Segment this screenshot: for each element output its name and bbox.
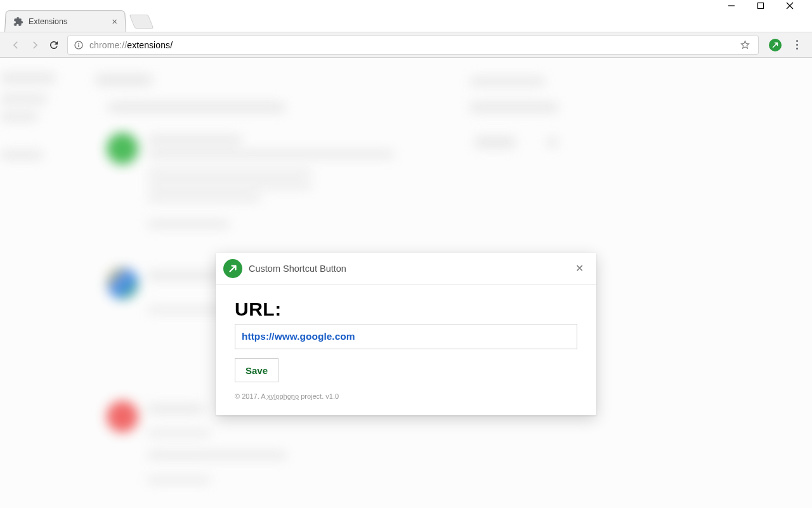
forward-button[interactable] [25,36,44,55]
address-bar[interactable]: chrome://extensions/ [67,36,759,55]
page-content: Custom Shortcut Button ✕ URL: Save © 201… [0,58,812,508]
footer-suffix: project. v1.0 [299,392,339,400]
extension-toolbar-icon[interactable] [769,39,782,51]
bookmark-star-icon[interactable] [737,39,753,50]
footer-link[interactable]: xylophono [267,392,299,400]
modal-body: URL: Save © 2017. A xylophono project. v… [216,284,596,415]
modal-header: Custom Shortcut Button ✕ [216,253,596,284]
footer-prefix: © 2017. A [235,392,267,400]
new-tab-button[interactable] [129,15,154,29]
site-info-icon[interactable] [73,40,84,50]
tab-close-button[interactable]: × [110,16,119,27]
extension-options-modal: Custom Shortcut Button ✕ URL: Save © 201… [216,253,596,415]
svg-point-6 [78,43,79,44]
browser-tab-active[interactable]: Extensions × [4,10,126,32]
modal-close-button[interactable]: ✕ [573,260,586,277]
browser-menu-button[interactable] [790,40,803,50]
address-bar-text: chrome://extensions/ [89,40,737,50]
shortcut-arrow-icon [223,259,242,278]
url-label: URL: [235,298,577,320]
url-input[interactable] [235,324,577,349]
browser-tabstrip: Extensions × [0,10,812,32]
modal-footer: © 2017. A xylophono project. v1.0 [235,392,577,400]
svg-rect-5 [78,44,79,47]
back-button[interactable] [6,36,25,55]
tab-title: Extensions [29,17,111,26]
svg-rect-1 [758,3,764,9]
extensions-icon [13,17,24,27]
browser-toolbar: chrome://extensions/ [0,32,812,58]
save-button[interactable]: Save [235,358,278,382]
modal-title: Custom Shortcut Button [249,264,573,274]
reload-button[interactable] [44,36,63,55]
